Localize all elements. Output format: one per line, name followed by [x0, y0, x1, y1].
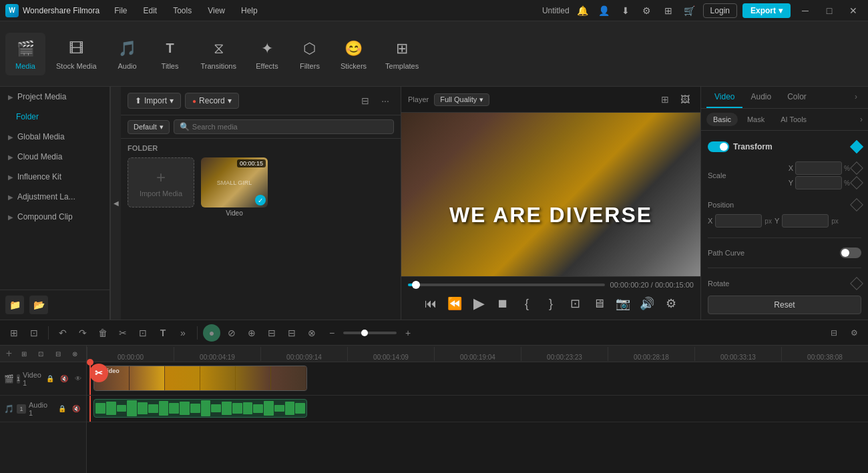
- panel-cloud-media[interactable]: ▶ Cloud Media: [0, 147, 110, 167]
- panel-folder[interactable]: Folder: [0, 107, 110, 127]
- more-tools-button[interactable]: »: [174, 324, 192, 342]
- skip-back-button[interactable]: ⏮: [421, 294, 440, 313]
- crop-button[interactable]: ⊡: [134, 324, 152, 342]
- ripple-button[interactable]: ⊕: [243, 324, 260, 342]
- menu-file[interactable]: File: [107, 3, 134, 18]
- tool-stickers[interactable]: 😊 Stickers: [333, 33, 375, 75]
- tool-audio[interactable]: 🎵 Audio: [107, 33, 148, 75]
- position-keyframe[interactable]: [850, 198, 863, 211]
- import-button[interactable]: ⬆ Import ▾: [128, 93, 181, 109]
- search-input[interactable]: [192, 123, 388, 131]
- tool-filters[interactable]: ⬡ Filters: [290, 33, 330, 75]
- sub-tab-expand[interactable]: ›: [860, 115, 863, 124]
- scrubber-thumb[interactable]: [412, 281, 420, 289]
- panel-compound-clip[interactable]: ▶ Compound Clip: [0, 207, 110, 227]
- panel-collapse-button[interactable]: ◀: [110, 87, 121, 320]
- minimize-button[interactable]: ─: [796, 4, 815, 17]
- timeline-scene-button[interactable]: ⊡: [25, 324, 43, 342]
- magnet-button[interactable]: ●: [203, 324, 220, 342]
- tool-effects[interactable]: ✦ Effects: [247, 33, 287, 75]
- delete-button[interactable]: 🗑: [94, 324, 112, 342]
- settings-icon[interactable]: ⚙: [639, 3, 655, 19]
- zoom-thumb[interactable]: [361, 330, 368, 336]
- path-curve-toggle[interactable]: [840, 248, 861, 258]
- download-icon[interactable]: ⬇: [618, 3, 634, 19]
- motion-button[interactable]: ⊟: [263, 324, 280, 342]
- filter-button[interactable]: ⊟: [357, 92, 374, 109]
- maximize-button[interactable]: □: [820, 4, 839, 17]
- snapshot-button[interactable]: 🖼: [676, 91, 694, 108]
- panel-project-media[interactable]: ▶ Project Media: [0, 87, 110, 107]
- export-frame-button[interactable]: 🖥: [590, 294, 608, 313]
- video-thumbnail[interactable]: SMALL GIRL 00:00:15 ✓: [201, 157, 268, 207]
- scale-x-keyframe[interactable]: [850, 161, 863, 175]
- tab-color[interactable]: Color: [779, 87, 815, 108]
- panel-influence-kit[interactable]: ▶ Influence Kit: [0, 167, 110, 187]
- panel-expand-icon[interactable]: ›: [849, 87, 863, 108]
- step-back-button[interactable]: ⏪: [445, 294, 464, 313]
- sort-select[interactable]: Default ▾: [128, 120, 170, 134]
- audio-clip[interactable]: [93, 399, 307, 418]
- audio-button[interactable]: 🔊: [638, 294, 656, 313]
- play-button[interactable]: ▶: [469, 294, 488, 313]
- mark-in-button[interactable]: {: [517, 294, 536, 313]
- mark-out-button[interactable]: }: [541, 294, 560, 313]
- scrubber-track[interactable]: [408, 284, 605, 286]
- timeline-add-button[interactable]: ⊞: [5, 324, 23, 342]
- import-media-button[interactable]: + Import Media: [128, 157, 194, 207]
- subtab-ai-tools[interactable]: AI Tools: [774, 113, 813, 126]
- text-button[interactable]: T: [154, 324, 172, 342]
- scale-x-input[interactable]: 100.00: [795, 161, 842, 175]
- menu-help[interactable]: Help: [234, 3, 264, 18]
- tool-transitions[interactable]: ⧖ Transitions: [193, 33, 244, 75]
- reset-button[interactable]: Reset: [708, 296, 861, 314]
- login-button[interactable]: Login: [703, 3, 737, 18]
- video-clip[interactable]: ▶ Video: [93, 366, 307, 391]
- transform-toggle[interactable]: [708, 141, 729, 152]
- tab-audio[interactable]: Audio: [742, 87, 779, 108]
- track-header-btn4[interactable]: ⊗: [68, 346, 83, 362]
- camera-button[interactable]: 📷: [614, 294, 632, 313]
- panel-global-media[interactable]: ▶ Global Media: [0, 127, 110, 147]
- cart-icon[interactable]: 🛒: [682, 3, 698, 19]
- new-folder-button[interactable]: 📁: [5, 296, 24, 314]
- quality-select[interactable]: Full Quality ▾: [434, 93, 489, 106]
- tool-stock-media[interactable]: 🎞 Stock Media: [48, 33, 105, 75]
- track-header-btn3[interactable]: ⊟: [51, 346, 65, 362]
- transform-keyframe-button[interactable]: [850, 140, 863, 153]
- pos-x-input[interactable]: 0.00: [715, 214, 762, 227]
- zoom-minus-button[interactable]: −: [323, 324, 341, 342]
- zoom-track[interactable]: [343, 332, 397, 334]
- split-at-cursor-button[interactable]: ⊘: [223, 324, 240, 342]
- more-button[interactable]: ···: [377, 92, 394, 109]
- search-box[interactable]: 🔍: [174, 119, 394, 134]
- video-eye-button[interactable]: 👁: [72, 373, 84, 385]
- panel-adjustment-layer[interactable]: ▶ Adjustment La...: [0, 187, 110, 207]
- layout-button[interactable]: ⊟: [825, 324, 843, 342]
- subtab-basic[interactable]: Basic: [706, 113, 738, 126]
- menu-edit[interactable]: Edit: [137, 3, 164, 18]
- export-button[interactable]: Export ▾: [742, 3, 791, 18]
- settings-ctrl-button[interactable]: ⚙: [662, 294, 680, 313]
- scale-y-keyframe[interactable]: [850, 176, 863, 189]
- cut-button[interactable]: ✂: [114, 324, 132, 342]
- pos-y-input[interactable]: 0.00: [782, 214, 829, 227]
- grid-view-button[interactable]: ⊞: [656, 91, 674, 108]
- audio-mute-button[interactable]: 🔇: [70, 403, 82, 415]
- redo-button[interactable]: ↷: [74, 324, 91, 342]
- tool-templates[interactable]: ⊞ Templates: [377, 33, 427, 75]
- notification-icon[interactable]: 🔔: [575, 3, 591, 19]
- tool-media[interactable]: 🎬 Media: [5, 33, 45, 75]
- tab-video[interactable]: Video: [706, 87, 742, 108]
- menu-tools[interactable]: Tools: [166, 3, 198, 18]
- undo-button[interactable]: ↶: [54, 324, 71, 342]
- split-button[interactable]: ⊡: [566, 294, 584, 313]
- zoom-plus-button[interactable]: +: [399, 324, 417, 342]
- tool-titles[interactable]: T Titles: [150, 33, 190, 75]
- video-lock-button[interactable]: 🔒: [44, 373, 56, 385]
- video-item[interactable]: SMALL GIRL 00:00:15 ✓ Video: [201, 157, 268, 217]
- split2-button[interactable]: ⊟: [283, 324, 300, 342]
- apps-icon[interactable]: ⊞: [660, 3, 676, 19]
- menu-view[interactable]: View: [201, 3, 232, 18]
- remove-button[interactable]: ⊗: [303, 324, 320, 342]
